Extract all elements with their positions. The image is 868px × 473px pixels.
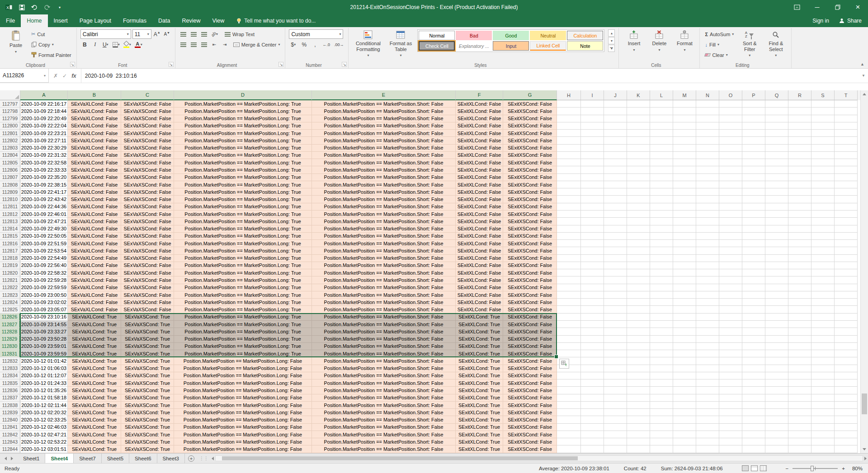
- select-all-corner[interactable]: [0, 90, 20, 100]
- cell-J112818[interactable]: [604, 255, 627, 262]
- cell-T112831[interactable]: [835, 350, 858, 357]
- cell-L112828[interactable]: [650, 328, 673, 335]
- cell-H112823[interactable]: [557, 291, 581, 299]
- minimize-button[interactable]: ─: [807, 0, 827, 14]
- tab-splitter-grip[interactable]: ⋮⋮: [198, 454, 210, 463]
- cell-S112842[interactable]: [811, 431, 835, 438]
- row-header-112803[interactable]: 112803: [0, 145, 20, 152]
- sort-filter-button[interactable]: AZ Sort & Filter ▾: [738, 29, 761, 58]
- cell-C112841[interactable]: SExVaXSCond: True: [121, 424, 174, 431]
- cell-C112816[interactable]: SExVaXSCond: False: [121, 240, 174, 247]
- cell-N112802[interactable]: [696, 137, 719, 144]
- cell-P112812[interactable]: [742, 211, 765, 218]
- cell-D112798[interactable]: Position.MarketPosition == MarketPositio…: [174, 108, 312, 115]
- cell-D112818[interactable]: Position.MarketPosition == MarketPositio…: [174, 255, 312, 262]
- cell-E112843[interactable]: Position.MarketPosition == MarketPositio…: [312, 438, 456, 445]
- cell-E112802[interactable]: Position.MarketPosition == MarketPositio…: [312, 137, 456, 144]
- cell-J112811[interactable]: [604, 203, 627, 211]
- cell-D112797[interactable]: Position.MarketPosition == MarketPositio…: [174, 100, 312, 108]
- cell-A112804[interactable]: 2020-10-09 22:31:32: [20, 152, 68, 159]
- cell-J112820[interactable]: [604, 269, 627, 276]
- cell-style-input[interactable]: Input: [493, 41, 529, 51]
- cell-O112820[interactable]: [719, 269, 742, 276]
- row-header-112821[interactable]: 112821: [0, 276, 20, 284]
- cell-E112806[interactable]: Position.MarketPosition == MarketPositio…: [312, 166, 456, 173]
- cell-L112817[interactable]: [650, 247, 673, 254]
- cell-Q112841[interactable]: [765, 424, 788, 431]
- cell-A112820[interactable]: 2020-10-09 22:58:32: [20, 269, 68, 276]
- cell-F112828[interactable]: SExitXLCond: True: [456, 328, 503, 335]
- cell-D112812[interactable]: Position.MarketPosition == MarketPositio…: [174, 211, 312, 218]
- cell-G112818[interactable]: SExitXSCond: False: [503, 255, 557, 262]
- cell-F112812[interactable]: SExitXLCond: False: [456, 211, 503, 218]
- cell-S112809[interactable]: [811, 188, 835, 196]
- name-box[interactable]: A112826 ▾: [0, 69, 49, 83]
- column-header-q[interactable]: Q: [765, 90, 788, 100]
- cell-Q112805[interactable]: [765, 159, 788, 166]
- cell-G112821[interactable]: SExitXSCond: False: [503, 276, 557, 284]
- cell-R112816[interactable]: [788, 240, 811, 247]
- cell-G112813[interactable]: SExitXSCond: False: [503, 218, 557, 225]
- cell-O112811[interactable]: [719, 203, 742, 211]
- cell-D112800[interactable]: Position.MarketPosition == MarketPositio…: [174, 122, 312, 130]
- cell-D112814[interactable]: Position.MarketPosition == MarketPositio…: [174, 225, 312, 233]
- cell-F112834[interactable]: SExitXLCond: True: [456, 372, 503, 379]
- cell-L112843[interactable]: [650, 438, 673, 445]
- cell-O112818[interactable]: [719, 255, 742, 262]
- cell-R112800[interactable]: [788, 122, 811, 130]
- cell-F112800[interactable]: SExitXLCond: False: [456, 122, 503, 130]
- cell-G112799[interactable]: SExitXSCond: False: [503, 115, 557, 122]
- cell-Q112831[interactable]: [765, 350, 788, 357]
- cell-G112829[interactable]: SExitXSCond: False: [503, 336, 557, 343]
- row-header-112809[interactable]: 112809: [0, 188, 20, 196]
- cell-H112838[interactable]: [557, 402, 581, 409]
- cell-T112827[interactable]: [835, 321, 858, 328]
- cell-G112841[interactable]: SExitXSCond: False: [503, 424, 557, 431]
- cell-L112815[interactable]: [650, 233, 673, 240]
- column-header-o[interactable]: O: [719, 90, 742, 100]
- cell-L112840[interactable]: [650, 416, 673, 423]
- cell-C112809[interactable]: SExVaXSCond: False: [121, 188, 174, 196]
- cell-M112828[interactable]: [673, 328, 696, 335]
- cell-J112839[interactable]: [604, 409, 627, 416]
- cell-S112805[interactable]: [811, 159, 835, 166]
- cell-Q112836[interactable]: [765, 387, 788, 394]
- close-button[interactable]: ×: [848, 0, 868, 14]
- cell-O112824[interactable]: [719, 299, 742, 306]
- cell-H112829[interactable]: [557, 336, 581, 343]
- cell-O112798[interactable]: [719, 108, 742, 115]
- cell-K112811[interactable]: [627, 203, 650, 211]
- cell-D112821[interactable]: Position.MarketPosition == MarketPositio…: [174, 276, 312, 284]
- cell-style-bad[interactable]: Bad: [456, 31, 492, 40]
- cell-Q112808[interactable]: [765, 181, 788, 188]
- cell-E112819[interactable]: Position.MarketPosition == MarketPositio…: [312, 262, 456, 269]
- cell-L112822[interactable]: [650, 284, 673, 291]
- cell-I112817[interactable]: [581, 247, 604, 254]
- cell-M112827[interactable]: [673, 321, 696, 328]
- cell-Q112812[interactable]: [765, 211, 788, 218]
- cell-J112803[interactable]: [604, 145, 627, 152]
- cell-O112826[interactable]: [719, 314, 742, 321]
- cell-M112822[interactable]: [673, 284, 696, 291]
- cell-F112801[interactable]: SExitXLCond: False: [456, 130, 503, 137]
- cell-D112809[interactable]: Position.MarketPosition == MarketPositio…: [174, 188, 312, 196]
- cell-J112824[interactable]: [604, 299, 627, 306]
- row-header-112797[interactable]: 112797: [0, 100, 20, 108]
- cell-B112823[interactable]: SExVaXLCond: False: [68, 291, 121, 299]
- cell-G112820[interactable]: SExitXSCond: False: [503, 269, 557, 276]
- cell-B112840[interactable]: SExVaXLCond: True: [68, 416, 121, 423]
- cell-C112843[interactable]: SExVaXSCond: True: [121, 438, 174, 445]
- cell-R112802[interactable]: [788, 137, 811, 144]
- cell-A112839[interactable]: 2020-10-12 02:20:32: [20, 409, 68, 416]
- cell-J112800[interactable]: [604, 122, 627, 130]
- cell-K112807[interactable]: [627, 174, 650, 181]
- cell-P112841[interactable]: [742, 424, 765, 431]
- cell-L112823[interactable]: [650, 291, 673, 299]
- row-header-112800[interactable]: 112800: [0, 122, 20, 130]
- cell-C112834[interactable]: SExVaXSCond: True: [121, 372, 174, 379]
- cell-B112816[interactable]: SExVaXLCond: False: [68, 240, 121, 247]
- cell-J112812[interactable]: [604, 211, 627, 218]
- cell-S112800[interactable]: [811, 122, 835, 130]
- cell-K112838[interactable]: [627, 402, 650, 409]
- cell-N112809[interactable]: [696, 188, 719, 196]
